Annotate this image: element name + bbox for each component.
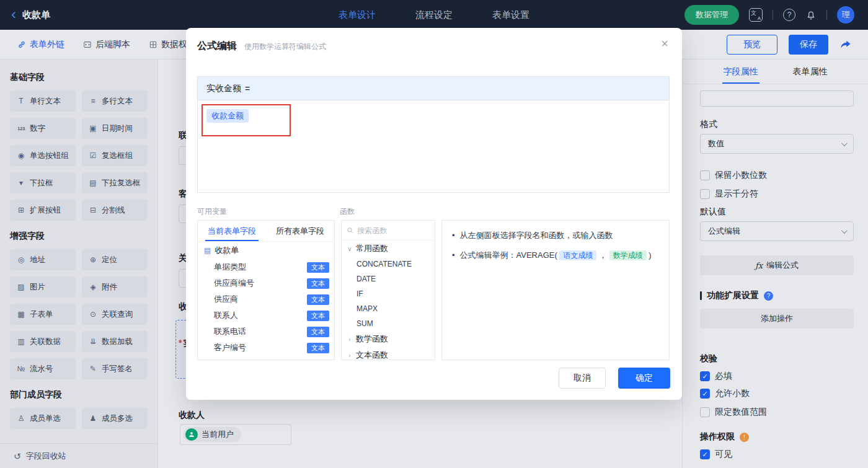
variables-label: 可用变量 bbox=[197, 206, 227, 217]
function-search-input[interactable] bbox=[357, 226, 430, 235]
modal-subtitle: 使用数学运算符编辑公式 bbox=[244, 40, 326, 52]
variable-field-name: 联系人 bbox=[214, 310, 238, 321]
function-group-math[interactable]: › 数学函数 bbox=[342, 331, 435, 347]
caret-right-icon: › bbox=[347, 352, 353, 359]
variable-field-name: 客户编号 bbox=[214, 342, 246, 353]
variable-field-row[interactable]: 供应商文本 bbox=[198, 291, 334, 307]
caret-down-icon: ∨ bbox=[347, 245, 353, 252]
form-tree-root-label: 收款单 bbox=[215, 245, 239, 256]
function-group-label: 常用函数 bbox=[356, 243, 388, 254]
field-type-tag: 文本 bbox=[307, 343, 329, 353]
example-comma: ， bbox=[599, 250, 607, 260]
example-prefix: 公式编辑举例：AVERAGE( bbox=[460, 250, 557, 260]
functions-label: 函数 bbox=[340, 206, 355, 217]
caret-right-icon: › bbox=[347, 336, 353, 343]
field-type-tag: 文本 bbox=[307, 262, 329, 273]
field-type-tag: 文本 bbox=[307, 327, 329, 337]
example-field-chip-chinese: 语文成绩 bbox=[559, 250, 596, 260]
variable-field-name: 供应商编号 bbox=[214, 278, 254, 289]
tab-current-form-fields[interactable]: 当前表单字段 bbox=[198, 221, 266, 241]
formula-input-area[interactable]: 收款金额 bbox=[198, 100, 669, 192]
variable-field-row[interactable]: 供应商编号文本 bbox=[198, 275, 334, 291]
function-group-label: 数学函数 bbox=[356, 333, 388, 345]
variable-tabs: 当前表单字段 所有表单字段 bbox=[198, 221, 334, 242]
variable-field-row[interactable]: 联系电话文本 bbox=[198, 324, 334, 340]
help-tip-example: • 公式编辑举例：AVERAGE( 语文成绩 ， 数学成绩 ) bbox=[452, 249, 659, 262]
function-item[interactable]: IF bbox=[342, 286, 435, 301]
document-icon: ▤ bbox=[204, 246, 211, 255]
tab-all-form-fields[interactable]: 所有表单字段 bbox=[266, 221, 334, 241]
function-item[interactable]: DATE bbox=[342, 272, 435, 286]
modal-title: 公式编辑 bbox=[197, 40, 237, 53]
function-item[interactable]: MAPX bbox=[342, 301, 435, 316]
formula-target-bar: 实收金额 = bbox=[198, 77, 669, 100]
variable-field-row[interactable]: 联系人文本 bbox=[198, 307, 334, 324]
confirm-button[interactable]: 确定 bbox=[618, 368, 670, 389]
field-type-tag: 文本 bbox=[307, 278, 329, 289]
variable-field-name: 单据类型 bbox=[214, 262, 246, 273]
formula-edit-modal: 公式编辑 使用数学运算符编辑公式 × 实收金额 = 收款金额 可用变量 函数 当… bbox=[186, 28, 682, 400]
bullet-icon: • bbox=[452, 229, 455, 242]
function-group-text[interactable]: › 文本函数 bbox=[342, 347, 435, 360]
form-tree-root[interactable]: ▤ 收款单 bbox=[198, 242, 334, 259]
function-item[interactable]: SUM bbox=[342, 316, 435, 331]
variable-field-name: 联系电话 bbox=[214, 326, 246, 337]
example-field-chip-math: 数学成绩 bbox=[609, 250, 647, 260]
bullet-icon: • bbox=[452, 249, 455, 262]
function-group-common[interactable]: ∨ 常用函数 bbox=[342, 241, 435, 257]
search-icon bbox=[347, 226, 353, 234]
formula-target-name: 实收金额 bbox=[206, 83, 241, 94]
function-item[interactable]: CONCATENATE bbox=[342, 257, 435, 272]
cancel-button[interactable]: 取消 bbox=[559, 368, 606, 389]
formula-help-panel: • 从左侧面板选择字段名和函数，或输入函数 • 公式编辑举例：AVERAGE( … bbox=[441, 220, 670, 360]
field-type-tag: 文本 bbox=[307, 311, 329, 321]
variable-field-row[interactable]: 客户编号文本 bbox=[198, 340, 334, 356]
function-group-label: 文本函数 bbox=[356, 350, 388, 360]
functions-panel: ∨ 常用函数 CONCATENATE DATE IF MAPX SUM › 数学… bbox=[341, 220, 435, 360]
variable-field-name: 供应商 bbox=[214, 294, 238, 305]
close-icon[interactable]: × bbox=[661, 37, 668, 50]
equals-sign: = bbox=[245, 84, 250, 94]
modal-footer: 取消 确定 bbox=[559, 368, 670, 389]
function-search bbox=[342, 221, 435, 241]
variables-panel: 当前表单字段 所有表单字段 ▤ 收款单 单据类型文本 供应商编号文本 供应商文本… bbox=[197, 220, 335, 360]
modal-header: 公式编辑 使用数学运算符编辑公式 bbox=[186, 28, 682, 64]
help-tip-text: 公式编辑举例：AVERAGE( 语文成绩 ， 数学成绩 ) bbox=[460, 249, 652, 262]
field-type-tag: 文本 bbox=[307, 294, 329, 305]
variable-field-row[interactable]: 单据类型文本 bbox=[198, 259, 334, 275]
example-suffix: ) bbox=[649, 250, 651, 260]
help-tip-text: 从左侧面板选择字段名和函数，或输入函数 bbox=[460, 229, 613, 242]
help-tip: • 从左侧面板选择字段名和函数，或输入函数 bbox=[452, 229, 659, 242]
formula-field-chip[interactable]: 收款金额 bbox=[206, 109, 249, 123]
formula-editor: 实收金额 = 收款金额 bbox=[197, 76, 670, 193]
